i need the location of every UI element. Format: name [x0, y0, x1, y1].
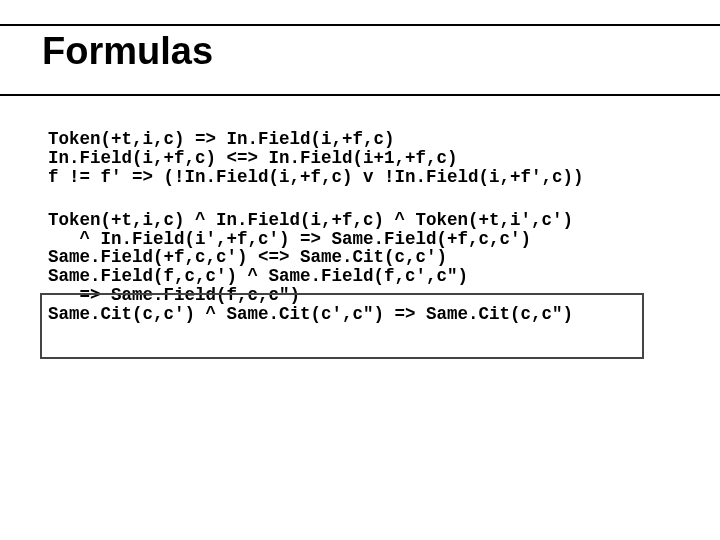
spacer [48, 187, 672, 211]
formula-block-2: Token(+t,i,c) ^ In.Field(i,+f,c) ^ Token… [48, 211, 672, 324]
formula-line: Same.Cit(c,c') ^ Same.Cit(c',c") => Same… [48, 304, 573, 324]
formula-line: In.Field(i,+f,c) <=> In.Field(i+1,+f,c) [48, 148, 458, 168]
formula-line: Token(+t,i,c) ^ In.Field(i,+f,c) ^ Token… [48, 210, 573, 230]
formula-line: Same.Field(f,c,c') ^ Same.Field(f,c',c") [48, 266, 468, 286]
slide-body: Token(+t,i,c) => In.Field(i,+f,c) In.Fie… [48, 130, 672, 324]
formula-line: f != f' => (!In.Field(i,+f,c) v !In.Fiel… [48, 167, 584, 187]
formula-line: Same.Field(+f,c,c') <=> Same.Cit(c,c') [48, 247, 447, 267]
divider-bottom [0, 94, 720, 96]
divider-top [0, 24, 720, 26]
slide-title: Formulas [42, 30, 213, 73]
slide: Formulas Token(+t,i,c) => In.Field(i,+f,… [0, 0, 720, 540]
formula-line: Token(+t,i,c) => In.Field(i,+f,c) [48, 129, 395, 149]
formula-block-1: Token(+t,i,c) => In.Field(i,+f,c) In.Fie… [48, 130, 672, 187]
formula-line: ^ In.Field(i',+f,c') => Same.Field(+f,c,… [48, 229, 531, 249]
formula-line: => Same.Field(f,c,c") [48, 285, 300, 305]
